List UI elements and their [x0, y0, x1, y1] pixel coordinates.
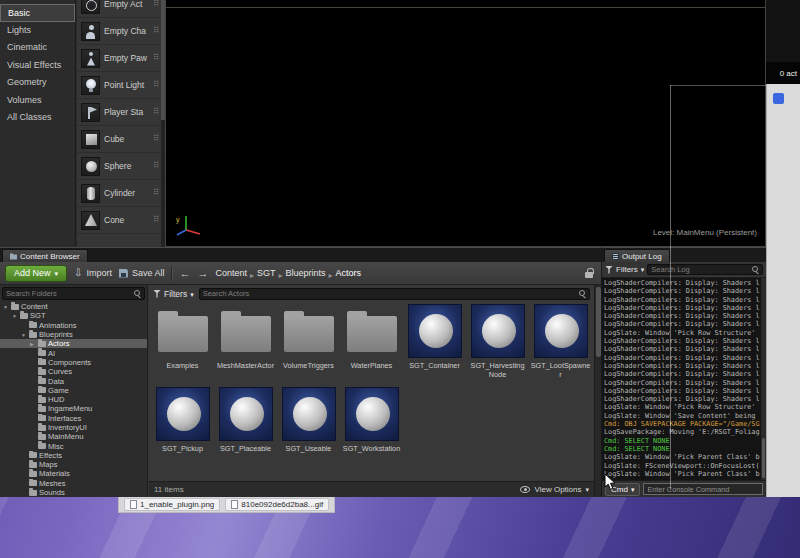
tab-output-log[interactable]: Output Log: [604, 249, 670, 262]
tree-item-data[interactable]: Data: [0, 376, 147, 385]
place-actor-item-player-sta[interactable]: Player Sta: [77, 99, 161, 126]
tree-item-hud[interactable]: HUD: [0, 395, 147, 404]
lock-icon[interactable]: [585, 268, 593, 278]
tree-item-effects[interactable]: Effects: [0, 451, 147, 460]
place-actor-item-point-light[interactable]: Point Light: [77, 72, 161, 99]
tree-item-mainmenu[interactable]: MainMenu: [0, 432, 147, 441]
tree-item-animations[interactable]: Animations: [0, 321, 147, 330]
tab-content-browser[interactable]: Content Browser: [2, 249, 88, 262]
drag-grip-icon: [153, 81, 159, 89]
place-actor-label: Player Sta: [104, 107, 149, 117]
tree-item-materials[interactable]: Materials: [0, 469, 147, 478]
tree-item-sgt[interactable]: SGT: [0, 311, 147, 320]
place-category-geometry[interactable]: Geometry: [0, 74, 75, 92]
asset-folder-examples[interactable]: Examples: [152, 304, 213, 379]
asset-label: SGT_Placeable: [215, 444, 276, 453]
log-filters-button[interactable]: Filters: [605, 265, 644, 274]
tree-item-content[interactable]: Content: [0, 302, 147, 311]
view-options-button[interactable]: View Options: [520, 485, 589, 494]
tree-item-components[interactable]: Components: [0, 358, 147, 367]
content-browser-scrollbar[interactable]: [594, 285, 601, 497]
file-item-1-enable-plugin-png[interactable]: 1_enable_plugin.png: [124, 498, 220, 511]
tree-item-curves[interactable]: Curves: [0, 367, 147, 376]
tree-expander-icon[interactable]: [30, 341, 36, 347]
place-category-volumes[interactable]: Volumes: [0, 92, 75, 110]
log-line: LogSlate: Window 'Pick Parent Class' b: [604, 453, 764, 461]
breadcrumb-item-sgt[interactable]: SGT: [257, 268, 276, 278]
asset-blueprint-sgt-harvesting-node[interactable]: SGT_Harvesting Node: [467, 304, 528, 379]
asset-blueprint-sgt-placeable[interactable]: SGT_Placeable: [215, 387, 276, 453]
sphere-icon: [81, 157, 100, 176]
back-button[interactable]: [179, 268, 190, 279]
asset-folder-waterplanes[interactable]: WaterPlanes: [341, 304, 402, 379]
place-actor-item-empty-paw[interactable]: Empty Paw: [77, 45, 161, 72]
drag-grip-icon: [153, 135, 159, 143]
asset-folder-volumetriggers[interactable]: VolumeTriggers: [278, 304, 339, 379]
tree-expander-icon[interactable]: [21, 332, 27, 338]
place-actor-item-cone[interactable]: Cone: [77, 207, 161, 234]
tree-expander-icon[interactable]: [3, 304, 9, 310]
log-area[interactable]: LogShaderCompilers: Display: Shaders lLo…: [602, 278, 766, 480]
folder-icon: [29, 480, 37, 486]
place-category-lights[interactable]: Lights: [0, 22, 75, 40]
search-assets-input[interactable]: [203, 289, 576, 298]
breadcrumb-item-content[interactable]: Content: [215, 268, 247, 278]
add-new-button[interactable]: Add New: [5, 265, 67, 282]
place-category-visual-effects[interactable]: Visual Effects: [0, 57, 75, 75]
tree-item-sounds[interactable]: Sounds: [0, 488, 147, 497]
search-folders-box[interactable]: [2, 287, 145, 300]
blueprint-thumbnail: [471, 304, 525, 358]
level-viewport[interactable]: y Level: MainMenu (Persistent): [165, 0, 766, 247]
asset-label: Examples: [152, 361, 213, 370]
mouse-cursor: [604, 473, 616, 491]
search-icon: [133, 290, 141, 298]
asset-blueprint-sgt-workstation[interactable]: SGT_Workstation: [341, 387, 402, 453]
place-category-cinematic[interactable]: Cinematic: [0, 39, 75, 57]
place-actor-item-empty-act[interactable]: Empty Act: [77, 0, 161, 18]
place-actors-categories: BasicLightsCinematicVisual EffectsGeomet…: [0, 0, 76, 247]
place-actor-item-sphere[interactable]: Sphere: [77, 153, 161, 180]
search-log-input[interactable]: [651, 265, 749, 274]
tree-item-misc[interactable]: Misc: [0, 441, 147, 450]
search-log-box[interactable]: [647, 264, 763, 275]
asset-blueprint-sgt-pickup[interactable]: SGT_Pickup: [152, 387, 213, 453]
filters-button[interactable]: Filters: [153, 289, 194, 299]
console-command-input[interactable]: [643, 483, 763, 495]
output-log-tab-icon: [612, 253, 619, 260]
asset-blueprint-sgt-useable[interactable]: SGT_Useable: [278, 387, 339, 453]
save-all-button[interactable]: Save All: [119, 268, 165, 278]
tree-expander-icon[interactable]: [12, 313, 18, 319]
window-edge-artifact-vertical: [670, 85, 671, 490]
search-assets-box[interactable]: [199, 288, 590, 300]
tree-item-ai[interactable]: AI: [0, 348, 147, 357]
point-light-icon: [81, 76, 100, 95]
tree-item-blueprints[interactable]: Blueprints: [0, 330, 147, 339]
asset-blueprint-sgt-lootspawner[interactable]: SGT_LootSpawner: [530, 304, 591, 379]
tree-item-inventoryui[interactable]: InventoryUI: [0, 423, 147, 432]
place-actor-item-cylinder[interactable]: Cylinder: [77, 180, 161, 207]
search-folders-input[interactable]: [6, 289, 131, 298]
tree-label: Data: [48, 377, 64, 386]
tree-item-actors[interactable]: Actors: [0, 339, 147, 348]
filter-funnel-icon: [153, 290, 161, 298]
tree-item-maps[interactable]: Maps: [0, 460, 147, 469]
asset-blueprint-sgt-container[interactable]: SGT_Container: [404, 304, 465, 379]
place-category-basic[interactable]: Basic: [0, 4, 75, 22]
tree-item-game[interactable]: Game: [0, 386, 147, 395]
breadcrumb-item-actors[interactable]: Actors: [336, 268, 362, 278]
breadcrumb-item-blueprints[interactable]: Blueprints: [286, 268, 326, 278]
tree-item-ingamemenu[interactable]: IngameMenu: [0, 404, 147, 413]
file-item-810e092de6d2ba8-gif[interactable]: 810e092de6d2ba8...gif: [225, 498, 329, 511]
asset-label: SGT_LootSpawner: [530, 361, 591, 379]
place-actor-item-empty-cha[interactable]: Empty Cha: [77, 18, 161, 45]
tree-item-interfaces[interactable]: Interfaces: [0, 414, 147, 423]
tree-item-meshes[interactable]: Meshes: [0, 479, 147, 488]
drag-grip-icon: [153, 108, 159, 116]
place-actor-item-cube[interactable]: Cube: [77, 126, 161, 153]
import-button[interactable]: Import: [74, 268, 112, 278]
place-category-all-classes[interactable]: All Classes: [0, 109, 75, 127]
actor-count-text: 0 act: [766, 62, 800, 84]
asset-folder-meshmasteractor[interactable]: MeshMasterActor: [215, 304, 276, 379]
filters-label: Filters: [164, 289, 187, 299]
forward-button[interactable]: [197, 268, 208, 279]
